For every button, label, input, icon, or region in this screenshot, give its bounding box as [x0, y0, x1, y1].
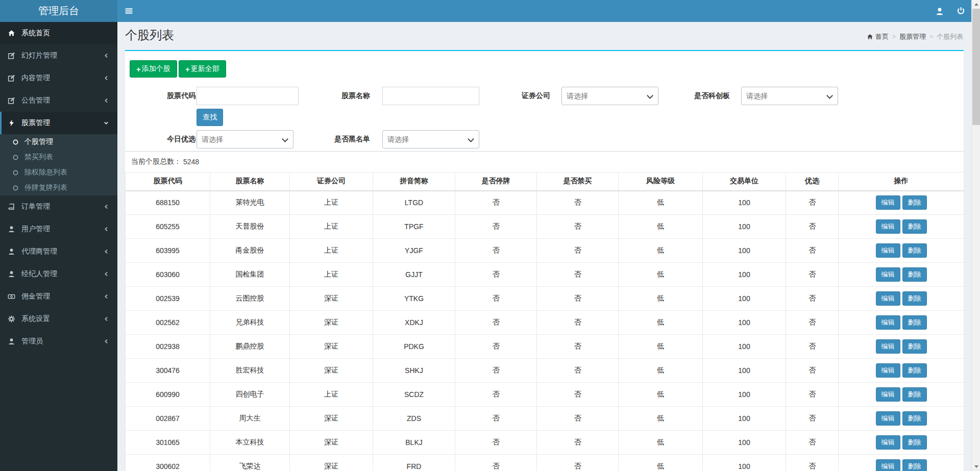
scroll-down-arrow[interactable] [972, 462, 980, 471]
sidebar-item-5[interactable]: 订单管理 [0, 195, 117, 218]
brand-logo[interactable]: 管理后台 [0, 0, 117, 22]
column-header: 拼音简称 [373, 172, 455, 191]
breadcrumb-item-0[interactable]: 首页 [867, 32, 889, 41]
sidebar-item-3[interactable]: 公告管理 [0, 89, 117, 112]
cell-risk: 低 [619, 287, 703, 311]
table-row: 603060国检集团上证GJJT否否低100否编辑删除 [126, 263, 964, 287]
user-menu-button[interactable] [930, 0, 949, 22]
delete-button[interactable]: 删除 [902, 219, 927, 234]
edit-button[interactable]: 编辑 [876, 363, 900, 378]
sidebar-submenu: 个股管理禁买列表除权除息列表停牌复牌列表 [0, 134, 117, 195]
breadcrumb-label: 股票管理 [899, 32, 926, 41]
cell-preferred: 否 [786, 287, 839, 311]
delete-button[interactable]: 删除 [902, 195, 927, 210]
sidebar-subitem-label: 个股管理 [24, 137, 53, 146]
delete-button[interactable]: 删除 [902, 291, 927, 306]
cell-risk: 低 [619, 455, 703, 471]
table-row: 688150莱特光电上证LTGD否否低100否编辑删除 [126, 191, 964, 215]
breadcrumb-item-1[interactable]: 股票管理 [899, 32, 926, 41]
chevron-left-icon [103, 75, 110, 82]
sidebar-item-0[interactable]: 系统首页 [0, 22, 117, 44]
edit-button[interactable]: 编辑 [876, 435, 900, 450]
edit-button[interactable]: 编辑 [876, 315, 900, 330]
sidebar-item-8[interactable]: 经纪人管理 [0, 263, 117, 285]
cell-code: 605255 [126, 215, 210, 239]
sidebar-item-1[interactable]: 幻灯片管理 [0, 44, 117, 67]
delete-button[interactable]: 删除 [902, 363, 927, 378]
cell-actions: 编辑删除 [839, 311, 964, 335]
cell-actions: 编辑删除 [839, 263, 964, 287]
cell-preferred: 否 [786, 311, 839, 335]
edit-button[interactable]: 编辑 [876, 195, 900, 210]
edit-button[interactable]: 编辑 [876, 291, 900, 306]
star-board-label: 是否科创板 [643, 91, 730, 101]
delete-button[interactable]: 删除 [902, 339, 927, 354]
cell-suspended: 否 [455, 287, 537, 311]
stock-name-input[interactable] [382, 87, 479, 105]
cell-company: 深证 [290, 455, 373, 471]
sidebar-item-11[interactable]: 管理员 [0, 330, 117, 353]
delete-button[interactable]: 删除 [902, 243, 927, 258]
edit-button[interactable]: 编辑 [876, 267, 900, 282]
delete-button[interactable]: 删除 [902, 387, 927, 402]
sidebar-item-4[interactable]: 股票管理 [0, 112, 117, 134]
cell-pinyin: SCDZ [373, 383, 455, 407]
delete-button[interactable]: 删除 [902, 315, 927, 330]
delete-button[interactable]: 删除 [902, 459, 927, 471]
sidebar-subitem-0[interactable]: 个股管理 [0, 134, 117, 150]
edit-button[interactable]: 编辑 [876, 219, 900, 234]
total-count-value: 5248 [183, 158, 199, 166]
cell-actions: 编辑删除 [839, 215, 964, 239]
edit-button[interactable]: 编辑 [876, 387, 900, 402]
cell-code: 603060 [126, 263, 210, 287]
breadcrumb-item-2: 个股列表 [937, 32, 963, 41]
cell-risk: 低 [619, 191, 703, 215]
column-header: 风险等级 [619, 172, 703, 191]
sidebar-toggle-button[interactable] [117, 0, 141, 22]
cell-banned: 否 [537, 407, 619, 431]
edit-button[interactable]: 编辑 [876, 411, 900, 426]
delete-button[interactable]: 删除 [902, 411, 927, 426]
scrollbar-thumb[interactable] [972, 9, 980, 125]
search-button[interactable]: 查找 [197, 109, 223, 126]
cell-company: 深证 [290, 431, 373, 455]
edit-button[interactable]: 编辑 [876, 339, 900, 354]
sidebar-item-6[interactable]: 用户管理 [0, 218, 117, 240]
scroll-up-arrow[interactable] [972, 0, 980, 9]
cell-company: 深证 [290, 287, 373, 311]
edit-button[interactable]: 编辑 [876, 459, 900, 471]
cell-suspended: 否 [455, 455, 537, 471]
table-row: 300602飞荣达深证FRD否否低100否编辑删除 [126, 455, 964, 471]
today-preferred-select[interactable]: 请选择 [197, 130, 293, 148]
chevron-left-icon [103, 248, 110, 255]
vertical-scrollbar[interactable] [971, 0, 980, 471]
cell-pinyin: YTKG [373, 287, 455, 311]
chevron-left-icon [103, 52, 110, 59]
sidebar-subitem-2[interactable]: 除权除息列表 [0, 165, 117, 180]
update-all-button[interactable]: + 更新全部 [179, 60, 226, 78]
cell-suspended: 否 [455, 431, 537, 455]
star-board-select[interactable]: 请选择 [741, 87, 838, 105]
delete-button[interactable]: 删除 [902, 435, 927, 450]
stock-code-input[interactable] [197, 87, 299, 105]
sidebar-item-10[interactable]: 系统设置 [0, 308, 117, 330]
add-stock-button[interactable]: + 添加个股 [130, 60, 177, 78]
delete-button[interactable]: 删除 [902, 267, 927, 282]
sidebar-item-label: 系统首页 [21, 29, 110, 38]
cell-pinyin: TPGF [373, 215, 455, 239]
cell-banned: 否 [537, 335, 619, 359]
sidebar-item-9[interactable]: 佣金管理 [0, 285, 117, 308]
logout-button[interactable] [951, 0, 970, 22]
cell-banned: 否 [537, 311, 619, 335]
sidebar-item-2[interactable]: 内容管理 [0, 67, 117, 89]
sidebar-item-7[interactable]: 代理商管理 [0, 240, 117, 263]
sidebar-subitem-3[interactable]: 停牌复牌列表 [0, 180, 117, 195]
sidebar-subitem-1[interactable]: 禁买列表 [0, 150, 117, 165]
cell-banned: 否 [537, 455, 619, 471]
table-row: 002867周大生深证ZDS否否低100否编辑删除 [126, 407, 964, 431]
table-row: 605255天普股份上证TPGF否否低100否编辑删除 [126, 215, 964, 239]
blacklist-select[interactable]: 请选择 [382, 130, 479, 148]
money-icon [8, 293, 17, 301]
stock-table: 股票代码股票名称证券公司拼音简称是否停牌是否禁买风险等级交易单位优选操作 688… [125, 172, 964, 471]
edit-button[interactable]: 编辑 [876, 243, 900, 258]
